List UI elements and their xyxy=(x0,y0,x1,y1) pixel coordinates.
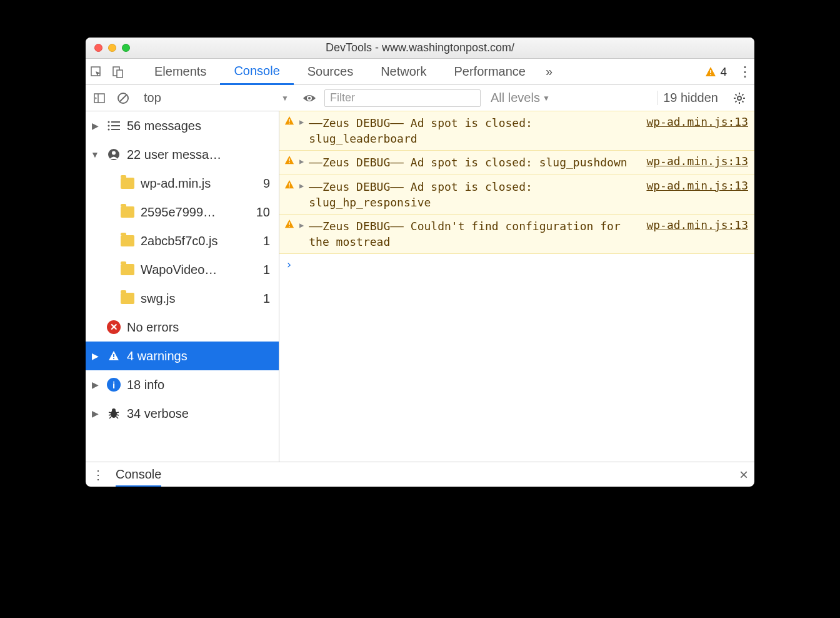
svg-line-8 xyxy=(120,94,127,101)
console-log-panel: ▶ ––Zeus DEBUG–– Ad spot is closed: slug… xyxy=(279,111,754,462)
svg-line-17 xyxy=(742,101,743,102)
svg-rect-42 xyxy=(289,183,289,185)
file-name: swg.js xyxy=(141,291,176,306)
messages-label: 56 messages xyxy=(127,119,201,133)
svg-line-35 xyxy=(116,412,119,413)
context-selector[interactable]: top ▼ xyxy=(138,89,294,107)
log-source-link[interactable]: wp-ad.min.js:13 xyxy=(646,179,748,192)
header-warning-badge[interactable]: 4 xyxy=(705,65,727,79)
sidebar-item-errors[interactable]: ✕ No errors xyxy=(86,313,279,342)
log-entry[interactable]: ▶ ––Zeus DEBUG–– Ad spot is closed: slug… xyxy=(279,175,754,215)
log-message: ––Zeus DEBUG–– Ad spot is closed: slug_l… xyxy=(309,115,641,146)
tab-performance[interactable]: Performance xyxy=(441,59,540,84)
console-filterbar: top ▼ All levels ▼ 19 hidden xyxy=(86,85,754,111)
expand-arrow-icon: ▶ xyxy=(299,221,304,250)
file-count: 1 xyxy=(263,291,270,306)
svg-line-18 xyxy=(736,101,737,102)
file-name: wp-ad.min.js xyxy=(141,176,211,191)
log-source-link[interactable]: wp-ad.min.js:13 xyxy=(646,154,748,168)
file-count: 10 xyxy=(256,205,270,220)
kebab-menu-icon[interactable]: ⋮ xyxy=(736,64,754,80)
console-settings-gear-icon[interactable] xyxy=(729,92,749,104)
expand-arrow-icon: ▶ xyxy=(299,157,304,170)
sidebar-file-item[interactable]: 2abcb5f7c0.js 1 xyxy=(86,226,279,255)
sidebar-item-messages[interactable]: ▶ 56 messages xyxy=(86,111,279,140)
chevron-down-icon: ▼ xyxy=(542,94,550,103)
tabs-overflow[interactable]: » xyxy=(539,59,559,84)
tab-console[interactable]: Console xyxy=(220,59,293,85)
log-entry[interactable]: ▶ ––Zeus DEBUG–– Ad spot is closed: slug… xyxy=(279,111,754,151)
expand-arrow-icon: ▶ xyxy=(89,121,101,131)
log-entry[interactable]: ▶ ––Zeus DEBUG–– Ad spot is closed: slug… xyxy=(279,150,754,175)
svg-line-34 xyxy=(109,417,111,418)
sidebar-file-item[interactable]: wp-ad.min.js 9 xyxy=(86,169,279,198)
svg-rect-3 xyxy=(711,70,712,73)
warning-triangle-icon xyxy=(705,66,716,78)
sidebar-item-user-messages[interactable]: ▼ 22 user messages xyxy=(86,140,279,169)
folder-icon xyxy=(121,264,134,275)
svg-line-37 xyxy=(116,417,118,418)
log-source-link[interactable]: wp-ad.min.js:13 xyxy=(646,115,748,128)
tab-sources[interactable]: Sources xyxy=(294,59,367,84)
info-icon: i xyxy=(107,378,121,392)
sidebar-item-verbose[interactable]: ▶ 34 verbose xyxy=(86,399,279,428)
log-message: ––Zeus DEBUG–– Couldn't find configurati… xyxy=(309,218,641,250)
svg-point-11 xyxy=(738,96,741,100)
clear-console-icon[interactable] xyxy=(114,92,132,104)
tab-elements[interactable]: Elements xyxy=(141,59,220,84)
svg-line-36 xyxy=(117,415,119,415)
inspect-element-icon[interactable] xyxy=(86,66,107,78)
levels-label: All levels xyxy=(491,91,540,105)
sidebar-file-item[interactable]: WapoVideo… 1 xyxy=(86,255,279,284)
folder-icon xyxy=(121,235,134,246)
svg-rect-4 xyxy=(711,74,712,75)
live-expression-eye-icon[interactable] xyxy=(301,92,318,104)
svg-rect-29 xyxy=(113,358,114,359)
sidebar-file-item[interactable]: 2595e7999… 10 xyxy=(86,198,279,226)
sidebar-file-item[interactable]: swg.js 1 xyxy=(86,284,279,313)
sidebar-item-info[interactable]: ▶ i 18 info xyxy=(86,370,279,399)
drawer-menu-icon[interactable]: ⋮ xyxy=(92,467,104,482)
file-count: 1 xyxy=(263,234,270,248)
log-source-link[interactable]: wp-ad.min.js:13 xyxy=(646,218,748,231)
log-entry[interactable]: ▶ ––Zeus DEBUG–– Couldn't find configura… xyxy=(279,214,754,254)
expand-arrow-icon: ▼ xyxy=(89,149,101,160)
file-name: 2abcb5f7c0.js xyxy=(141,234,218,248)
folder-icon xyxy=(121,293,134,304)
svg-point-31 xyxy=(112,408,116,412)
context-label: top xyxy=(144,91,161,105)
hidden-messages-label[interactable]: 19 hidden xyxy=(658,91,723,105)
device-toggle-icon[interactable] xyxy=(107,66,128,78)
svg-rect-2 xyxy=(117,70,122,78)
filter-input[interactable] xyxy=(324,89,481,107)
folder-icon xyxy=(121,178,134,189)
svg-line-32 xyxy=(109,412,111,413)
svg-point-24 xyxy=(108,125,110,127)
folder-icon xyxy=(121,206,134,218)
titlebar: DevTools - www.washingtonpost.com/ xyxy=(86,38,754,59)
warning-triangle-icon xyxy=(284,180,294,210)
sidebar-item-warnings[interactable]: ▶ 4 warnings xyxy=(86,342,279,370)
main-area: ▶ 56 messages ▼ 22 user messages wp-ad.m… xyxy=(86,111,754,462)
console-prompt[interactable]: › xyxy=(279,254,754,275)
warning-triangle-icon xyxy=(284,219,294,250)
window-title: DevTools - www.washingtonpost.com/ xyxy=(86,41,754,54)
svg-point-10 xyxy=(308,97,311,99)
drawer-close-icon[interactable]: × xyxy=(739,466,748,484)
warn-count: 4 xyxy=(720,65,727,79)
errors-label: No errors xyxy=(127,320,179,335)
log-levels-dropdown[interactable]: All levels ▼ xyxy=(487,91,554,105)
tab-network[interactable]: Network xyxy=(367,59,440,84)
drawer-tab-console[interactable]: Console xyxy=(116,467,161,487)
svg-rect-44 xyxy=(289,222,289,225)
main-tabs: Elements Console Sources Network Perform… xyxy=(86,59,754,85)
svg-rect-28 xyxy=(113,354,114,357)
sidebar-toggle-icon[interactable] xyxy=(91,92,108,104)
log-message: ––Zeus DEBUG–– Ad spot is closed: slug_h… xyxy=(309,179,641,210)
svg-line-16 xyxy=(736,94,737,95)
chevron-down-icon: ▼ xyxy=(281,94,289,103)
expand-arrow-icon: ▶ xyxy=(89,351,101,361)
file-count: 9 xyxy=(263,176,270,191)
svg-rect-40 xyxy=(289,159,289,161)
expand-arrow-icon: ▶ xyxy=(299,181,304,210)
